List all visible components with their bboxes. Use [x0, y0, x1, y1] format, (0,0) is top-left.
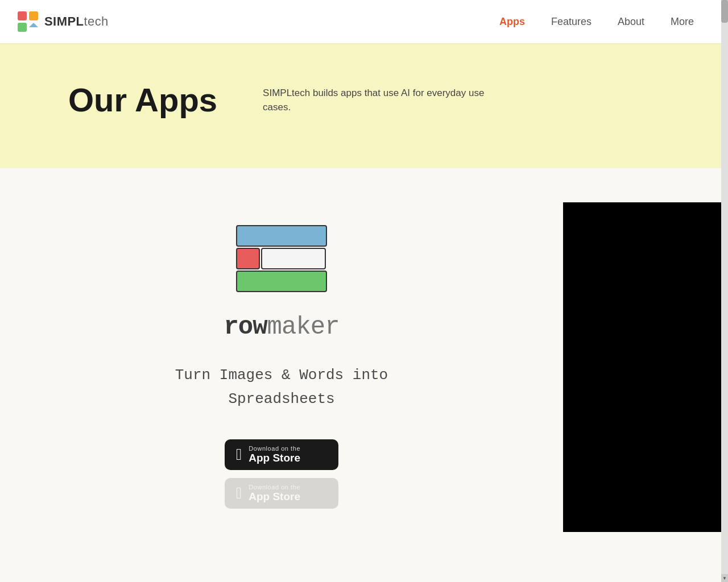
- app-store-btn-text: Download on the App Store: [249, 445, 300, 464]
- scrollbar-track[interactable]: ▲ ▼: [721, 0, 728, 582]
- logo[interactable]: SIMPLtech: [17, 11, 109, 32]
- nav-features[interactable]: Features: [547, 14, 596, 30]
- svg-marker-3: [29, 23, 38, 27]
- app-tagline: Turn Images & Words into Spreadsheets: [175, 364, 388, 411]
- scrollbar-arrow-down[interactable]: ▼: [721, 574, 728, 582]
- hero-subtitle: SIMPLtech builds apps that use AI for ev…: [263, 86, 490, 115]
- app-store-button[interactable]:  Download on the App Store: [225, 439, 338, 470]
- app-name-light: maker: [267, 313, 340, 341]
- apple-icon: : [236, 446, 242, 464]
- row-bar-blue: [236, 225, 327, 247]
- row-bar-green: [236, 271, 327, 292]
- nav-about[interactable]: About: [613, 14, 649, 30]
- tagline-line2: Spreadsheets: [228, 390, 334, 408]
- nav-links: Apps Features About More: [495, 14, 698, 30]
- app-name: rowmaker: [224, 313, 339, 341]
- row-bar-white: [261, 248, 326, 269]
- second-button-area:  Download on the App Store: [225, 478, 338, 509]
- app-store-bottom-label: App Store: [249, 452, 300, 464]
- app-name-bold: row: [224, 313, 267, 341]
- tagline-line1: Turn Images & Words into: [175, 367, 388, 384]
- nav-apps[interactable]: Apps: [495, 14, 530, 30]
- nav-more[interactable]: More: [666, 14, 698, 30]
- logo-icon: [17, 11, 39, 32]
- second-apple-icon: : [236, 484, 242, 502]
- svg-rect-1: [29, 11, 38, 20]
- logo-text: SIMPLtech: [44, 14, 109, 29]
- app-store-top-label: Download on the: [249, 445, 300, 452]
- page-title: Our Apps: [68, 82, 217, 118]
- navbar: SIMPLtech Apps Features About More: [0, 0, 721, 43]
- second-store-btn-text: Download on the App Store: [249, 484, 300, 503]
- second-store-button[interactable]:  Download on the App Store: [225, 478, 338, 509]
- rowmaker-illustration: [236, 225, 327, 292]
- svg-rect-2: [18, 23, 27, 32]
- app-section: rowmaker Turn Images & Words into Spread…: [0, 202, 563, 532]
- phone-screenshot: [563, 202, 728, 532]
- row-bar-red: [236, 248, 260, 269]
- svg-rect-0: [18, 11, 27, 20]
- row-bar-middle: [236, 248, 327, 269]
- second-store-top-label: Download on the: [249, 484, 300, 490]
- scrollbar-thumb[interactable]: [721, 0, 728, 23]
- main-content: rowmaker Turn Images & Words into Spread…: [0, 168, 728, 566]
- second-store-bottom-label: App Store: [249, 490, 300, 503]
- hero-section: Our Apps SIMPLtech builds apps that use …: [0, 43, 728, 168]
